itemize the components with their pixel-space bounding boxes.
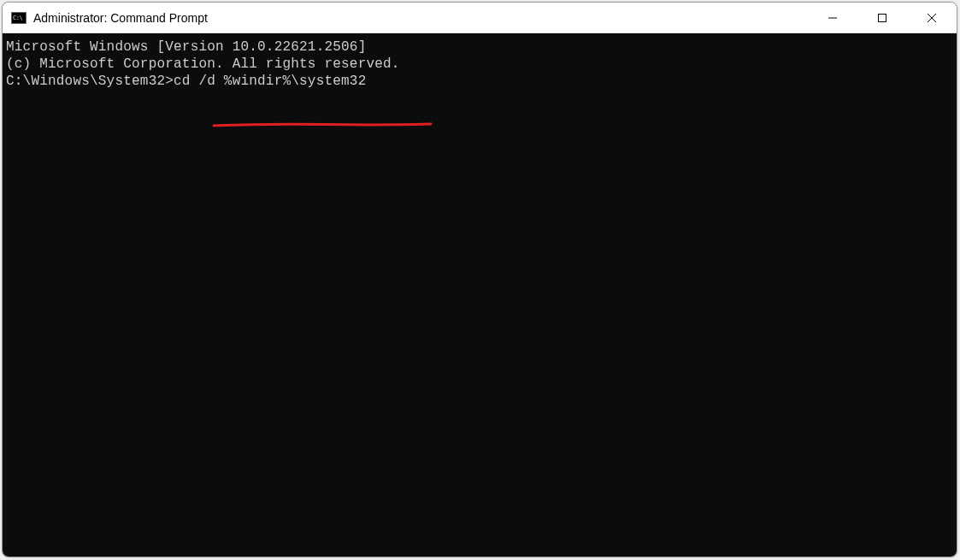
maximize-button[interactable] — [857, 3, 907, 32]
minimize-icon — [827, 13, 838, 23]
minimize-button[interactable] — [808, 3, 857, 32]
window-controls — [808, 3, 957, 32]
terminal-command: cd /d %windir%\system32 — [174, 74, 366, 89]
terminal-line-copyright: (c) Microsoft Corporation. All rights re… — [6, 56, 957, 73]
terminal-prompt: C:\Windows\System32> — [6, 74, 174, 89]
cmd-icon: C:\ — [11, 12, 27, 24]
red-underline-annotation — [162, 100, 382, 107]
close-button[interactable] — [907, 3, 957, 32]
terminal-area[interactable]: Microsoft Windows [Version 10.0.22621.25… — [3, 33, 957, 557]
command-prompt-window: C:\ Administrator: Command Prompt Micros… — [2, 2, 957, 557]
titlebar[interactable]: C:\ Administrator: Command Prompt — [3, 3, 957, 33]
maximize-icon — [877, 13, 887, 23]
window-title: Administrator: Command Prompt — [33, 11, 808, 25]
terminal-prompt-line: C:\Windows\System32>cd /d %windir%\syste… — [6, 73, 957, 90]
terminal-line-version: Microsoft Windows [Version 10.0.22621.25… — [6, 38, 957, 56]
svg-rect-1 — [879, 14, 886, 21]
close-icon — [927, 13, 937, 23]
